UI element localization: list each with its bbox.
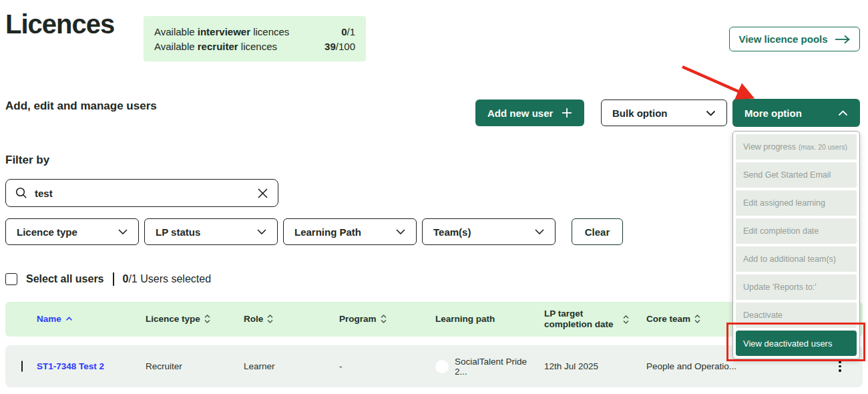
menu-item-label: Edit assigned learning [743,198,825,208]
sort-asc-icon [65,317,73,321]
filter-by-title: Filter by [5,154,49,167]
menu-item-label: Deactivate [743,311,783,320]
search-value: test [35,188,250,199]
menu-item-label: Edit completion date [743,226,819,236]
learning-path-filter[interactable]: Learning Path [283,218,417,245]
teams-filter[interactable]: Team(s) [422,218,556,245]
divider [113,272,114,286]
more-option-dropdown[interactable]: More option [732,99,860,127]
cell-lp-target-completion-date: 12th Jul 2025 [544,361,646,371]
menu-item-label: View deactivated users [743,339,832,349]
row-checkbox[interactable] [21,361,23,372]
cell-role: Learner [244,361,339,371]
bulk-option-label: Bulk option [612,108,668,119]
interviewer-licences-row: Available interviewer licences 0/1 [154,26,355,37]
column-label: Role [244,314,263,325]
licences-page: Licences Available interviewer licences … [0,0,868,394]
user-name-link[interactable]: ST1-7348 Test 2 [37,361,104,371]
menu-item-update-reports-to[interactable]: Update 'Reports to:' [736,274,857,300]
column-label: Core team [646,314,690,325]
chevron-up-icon [838,110,848,116]
menu-item-edit-completion-date[interactable]: Edit completion date [736,218,857,244]
menu-item-label: View progress [743,142,796,152]
recruiter-licences-label: Available recruiter licences [154,41,277,52]
search-input[interactable]: test [5,179,278,207]
row-actions-kebab-icon[interactable] [833,361,847,372]
menu-item-view-deactivated-users[interactable]: View deactivated users [736,331,857,356]
sort-both-icon [623,315,629,324]
menu-item-note: (max. 20 users) [799,143,847,151]
plus-icon [562,108,572,118]
column-label: LP target completion date [544,309,619,329]
sort-both-icon [381,315,387,323]
lp-status-filter[interactable]: LP status [144,218,278,245]
column-label: Program [339,314,377,325]
view-licence-pools-button[interactable]: View licence pools [729,27,860,51]
view-licence-pools-label: View licence pools [738,33,827,45]
column-header-name[interactable]: Name [37,314,146,325]
selection-bar: Select all users 0/1 Users selected [5,272,211,286]
column-header-lp-target-completion-date[interactable]: LP target completion date [544,309,646,329]
learning-path-label: SocialTalent Pride 2... [455,357,540,377]
menu-item-label: Add to additional team(s) [743,254,836,264]
column-header-learning-path: Learning path [435,314,544,325]
cell-learning-path: SocialTalent Pride 2... [435,357,544,377]
search-icon [15,187,27,199]
add-new-user-button[interactable]: Add new user [475,100,584,126]
recruiter-licences-value: 39/100 [324,41,355,52]
select-all-checkbox[interactable] [5,273,17,285]
cell-core-team: People and Operatio... [646,361,833,371]
bulk-option-dropdown[interactable]: Bulk option [601,100,727,126]
interviewer-licences-value: 0/1 [341,26,355,37]
more-option-label: More option [744,108,802,119]
row-checkbox-cell [5,361,37,371]
column-header-role[interactable]: Role [244,314,339,325]
manage-users-title: Add, edit and manage users [5,100,157,113]
sort-both-icon [694,315,700,323]
chevron-down-icon [118,229,128,234]
page-title: Licences [5,9,114,39]
teams-filter-label: Team(s) [433,226,471,238]
menu-item-add-to-additional-teams[interactable]: Add to additional team(s) [736,246,857,272]
progress-ring-icon [435,360,449,373]
licence-type-filter-label: Licence type [17,226,77,238]
cell-licence-type: Recruiter [146,361,244,371]
interviewer-licences-label: Available interviewer licences [154,26,289,37]
menu-item-view-progress[interactable]: View progress (max. 20 users) [736,134,857,160]
clear-filters-button[interactable]: Clear [572,218,623,245]
licence-type-filter[interactable]: Licence type [5,218,139,245]
cell-name: ST1-7348 Test 2 [37,361,146,371]
chevron-down-icon [535,229,544,234]
menu-item-deactivate[interactable]: Deactivate [736,303,857,328]
chevron-down-icon [257,229,266,234]
menu-item-edit-assigned-learning[interactable]: Edit assigned learning [736,190,857,216]
menu-item-label: Update 'Reports to:' [743,282,817,292]
column-header-licence-type[interactable]: Licence type [146,314,244,325]
arrow-right-icon [835,35,851,44]
chevron-down-icon [396,229,405,234]
users-selected-count: 0/1 Users selected [123,273,212,285]
column-header-program[interactable]: Program [339,314,435,325]
chevron-down-icon [706,110,716,116]
lp-status-filter-label: LP status [156,226,200,238]
more-option-menu: View progress (max. 20 users) Send Get S… [732,131,860,359]
sort-both-icon [267,315,273,323]
menu-item-label: Send Get Started Email [743,170,831,180]
recruiter-licences-row: Available recruiter licences 39/100 [154,41,355,52]
cell-program: - [339,361,435,371]
column-label: Licence type [146,314,200,325]
column-label: Name [37,314,61,325]
learning-path-filter-label: Learning Path [294,226,361,238]
add-new-user-label: Add new user [487,108,553,119]
licence-summary-box: Available interviewer licences 0/1 Avail… [144,16,366,61]
column-label: Learning path [435,314,495,325]
clear-search-icon[interactable] [257,188,268,199]
sort-both-icon [204,315,210,323]
menu-item-send-get-started-email[interactable]: Send Get Started Email [736,162,857,188]
select-all-label: Select all users [26,273,104,285]
